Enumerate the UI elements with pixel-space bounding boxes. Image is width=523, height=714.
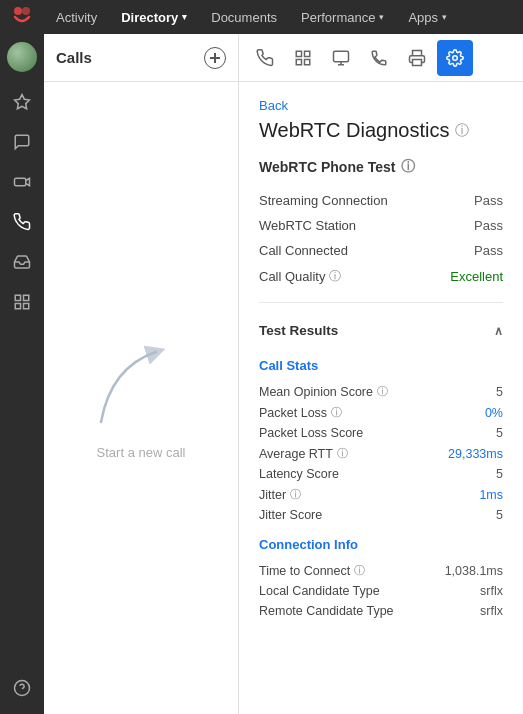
nav-documents[interactable]: Documents	[201, 0, 287, 34]
stat-row-remote-candidate: Remote Candidate Type srflx	[259, 601, 503, 621]
ttc-info-icon[interactable]: ⓘ	[354, 563, 365, 578]
back-link[interactable]: Back	[259, 98, 503, 113]
stat-label-local-candidate: Local Candidate Type	[259, 584, 380, 598]
stat-label-latency-score: Latency Score	[259, 467, 339, 481]
app-logo	[8, 3, 36, 31]
nav-apps[interactable]: Apps ▾	[398, 0, 457, 34]
toolbar-handset-button[interactable]	[361, 40, 397, 76]
sidebar-item-video[interactable]	[4, 164, 40, 200]
svg-rect-7	[24, 304, 29, 309]
test-value-station: Pass	[474, 218, 503, 233]
test-results-collapsible[interactable]: Test Results ∧	[259, 315, 503, 346]
sidebar-item-inbox[interactable]	[4, 244, 40, 280]
nav-directory[interactable]: Directory ▾	[111, 0, 197, 34]
apps-chevron-icon: ▾	[442, 12, 447, 22]
svg-point-20	[453, 55, 458, 60]
call-stats-title: Call Stats	[259, 358, 503, 373]
stat-label-packet-loss: Packet Loss	[259, 406, 327, 420]
stat-label-mos: Mean Opinion Score	[259, 385, 373, 399]
calls-title: Calls	[56, 49, 92, 66]
test-row-connected: Call Connected Pass	[259, 238, 503, 263]
stat-label-jitter-score: Jitter Score	[259, 508, 322, 522]
toolbar-settings-button[interactable]	[437, 40, 473, 76]
page-title: WebRTC Diagnostics ⓘ	[259, 119, 503, 142]
toolbar-monitor-button[interactable]	[323, 40, 359, 76]
svg-point-0	[14, 7, 22, 15]
divider-1	[259, 302, 503, 303]
test-value-connected: Pass	[474, 243, 503, 258]
calls-panel: Calls Start a new call	[44, 34, 239, 714]
new-call-arrow	[81, 337, 201, 437]
jitter-info-icon[interactable]: ⓘ	[290, 487, 301, 502]
phone-test-title: WebRTC Phone Test ⓘ	[259, 158, 503, 176]
test-results-chevron-icon: ∧	[494, 324, 503, 338]
toolbar-print-button[interactable]	[399, 40, 435, 76]
add-call-button[interactable]	[204, 47, 226, 69]
test-row-station: WebRTC Station Pass	[259, 213, 503, 238]
stat-value-remote-candidate: srflx	[480, 604, 503, 618]
sidebar-item-phone[interactable]	[4, 204, 40, 240]
stat-label-remote-candidate: Remote Candidate Type	[259, 604, 394, 618]
svg-rect-14	[296, 59, 301, 64]
right-panel: Back WebRTC Diagnostics ⓘ WebRTC Phone T…	[239, 34, 523, 714]
sidebar-item-grid[interactable]	[4, 284, 40, 320]
stat-label-packet-loss-score: Packet Loss Score	[259, 426, 363, 440]
main-layout: Calls Start a new call	[0, 34, 523, 714]
stat-row-time-to-connect: Time to Connect ⓘ 1,038.1ms	[259, 560, 503, 581]
svg-rect-16	[334, 51, 349, 62]
page-title-info-icon[interactable]: ⓘ	[455, 122, 469, 140]
test-value-streaming: Pass	[474, 193, 503, 208]
svg-rect-3	[15, 178, 26, 186]
stat-label-jitter: Jitter	[259, 488, 286, 502]
svg-rect-15	[305, 59, 310, 64]
performance-chevron-icon: ▾	[379, 12, 384, 22]
stat-row-jitter: Jitter ⓘ 1ms	[259, 484, 503, 505]
nav-activity[interactable]: Activity	[46, 0, 107, 34]
stat-row-packet-loss-score: Packet Loss Score 5	[259, 423, 503, 443]
stat-value-jitter: 1ms	[479, 488, 503, 502]
test-label-streaming: Streaming Connection	[259, 193, 388, 208]
stat-value-rtt: 29,333ms	[448, 447, 503, 461]
toolbar-phone-button[interactable]	[247, 40, 283, 76]
mos-info-icon[interactable]: ⓘ	[377, 384, 388, 399]
stat-value-packet-loss-score: 5	[496, 426, 503, 440]
svg-rect-4	[15, 295, 20, 300]
main-content: Back WebRTC Diagnostics ⓘ WebRTC Phone T…	[239, 82, 523, 714]
test-label-station: WebRTC Station	[259, 218, 356, 233]
stat-row-mos: Mean Opinion Score ⓘ 5	[259, 381, 503, 402]
svg-rect-6	[15, 304, 20, 309]
svg-marker-2	[15, 95, 30, 109]
sidebar-item-star[interactable]	[4, 84, 40, 120]
stat-row-latency-score: Latency Score 5	[259, 464, 503, 484]
test-results-label: Test Results	[259, 323, 338, 338]
toolbar-grid-button[interactable]	[285, 40, 321, 76]
nav-performance[interactable]: Performance ▾	[291, 0, 394, 34]
stat-row-local-candidate: Local Candidate Type srflx	[259, 581, 503, 601]
packet-loss-info-icon[interactable]: ⓘ	[331, 405, 342, 420]
empty-state-text: Start a new call	[97, 445, 186, 460]
top-nav: Activity Directory ▾ Documents Performan…	[0, 0, 523, 34]
stat-label-time-to-connect: Time to Connect	[259, 564, 350, 578]
svg-rect-13	[305, 51, 310, 56]
stat-label-rtt: Average RTT	[259, 447, 333, 461]
stat-row-jitter-score: Jitter Score 5	[259, 505, 503, 525]
stat-value-packet-loss: 0%	[485, 406, 503, 420]
rtt-info-icon[interactable]: ⓘ	[337, 446, 348, 461]
stat-value-time-to-connect: 1,038.1ms	[445, 564, 503, 578]
svg-rect-19	[413, 59, 422, 65]
stat-row-packet-loss: Packet Loss ⓘ 0%	[259, 402, 503, 423]
directory-chevron-icon: ▾	[182, 12, 187, 22]
stat-row-rtt: Average RTT ⓘ 29,333ms	[259, 443, 503, 464]
svg-point-1	[22, 7, 30, 15]
quality-info-icon[interactable]: ⓘ	[329, 268, 341, 285]
sidebar-item-help[interactable]	[4, 670, 40, 706]
svg-rect-5	[24, 295, 29, 300]
avatar[interactable]	[7, 42, 37, 72]
test-label-connected: Call Connected	[259, 243, 348, 258]
sidebar-item-chat[interactable]	[4, 124, 40, 160]
stat-value-latency-score: 5	[496, 467, 503, 481]
svg-rect-12	[296, 51, 301, 56]
stat-value-mos: 5	[496, 385, 503, 399]
test-label-quality: Call Quality	[259, 269, 325, 284]
phone-test-info-icon[interactable]: ⓘ	[401, 158, 415, 176]
